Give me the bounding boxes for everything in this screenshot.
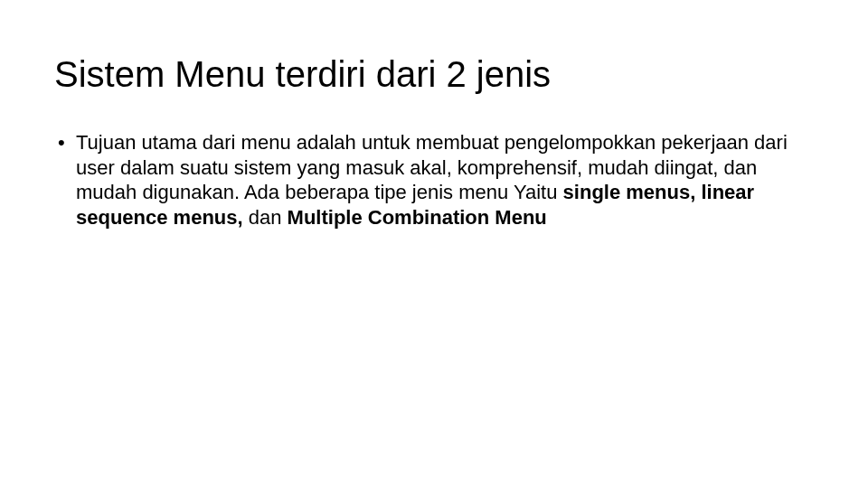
slide-title: Sistem Menu terdiri dari 2 jenis xyxy=(54,54,814,94)
slide: Sistem Menu terdiri dari 2 jenis Tujuan … xyxy=(0,0,868,488)
bullet-item: Tujuan utama dari menu adalah untuk memb… xyxy=(54,130,814,230)
bullet-text-bold-2: Multiple Combination Menu xyxy=(288,206,547,229)
bullet-list: Tujuan utama dari menu adalah untuk memb… xyxy=(54,130,814,230)
slide-content: Tujuan utama dari menu adalah untuk memb… xyxy=(54,130,814,230)
bullet-text-mid: dan xyxy=(249,206,288,229)
